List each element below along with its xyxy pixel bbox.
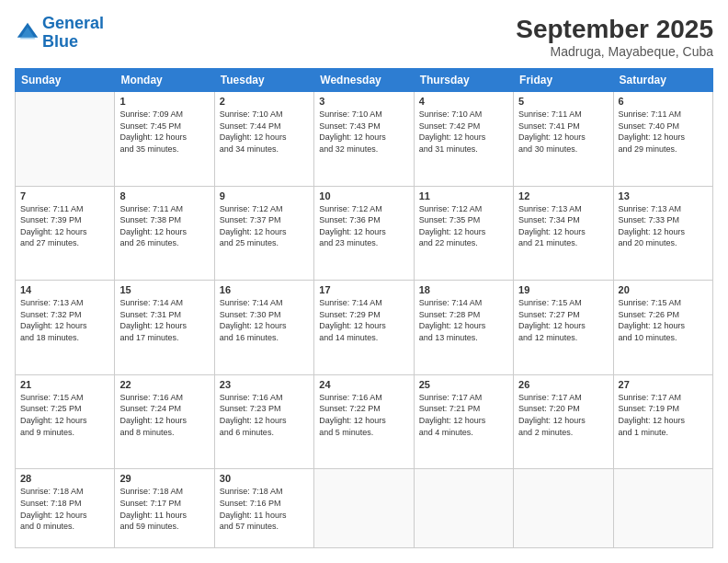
day-number: 22 <box>119 379 209 390</box>
col-monday: Monday <box>115 69 214 92</box>
day-info: Sunrise: 7:11 AM Sunset: 7:41 PM Dayligh… <box>518 109 608 155</box>
day-info: Sunrise: 7:16 AM Sunset: 7:24 PM Dayligh… <box>119 392 209 438</box>
day-info: Sunrise: 7:18 AM Sunset: 7:16 PM Dayligh… <box>220 486 309 532</box>
table-row: 5Sunrise: 7:11 AM Sunset: 7:41 PM Daylig… <box>514 92 613 187</box>
day-number: 25 <box>419 379 508 390</box>
day-info: Sunrise: 7:17 AM Sunset: 7:20 PM Dayligh… <box>518 392 608 438</box>
day-info: Sunrise: 7:18 AM Sunset: 7:17 PM Dayligh… <box>119 486 209 532</box>
location: Madruga, Mayabeque, Cuba <box>516 44 713 59</box>
day-info: Sunrise: 7:11 AM Sunset: 7:40 PM Dayligh… <box>619 109 708 155</box>
table-row: 11Sunrise: 7:12 AM Sunset: 7:35 PM Dayli… <box>414 186 513 281</box>
table-row: 21Sunrise: 7:15 AM Sunset: 7:25 PM Dayli… <box>16 374 115 469</box>
table-row: 15Sunrise: 7:14 AM Sunset: 7:31 PM Dayli… <box>115 281 214 375</box>
day-info: Sunrise: 7:15 AM Sunset: 7:26 PM Dayligh… <box>619 297 708 343</box>
table-row <box>514 469 613 548</box>
day-info: Sunrise: 7:15 AM Sunset: 7:27 PM Dayligh… <box>518 297 608 343</box>
table-row: 24Sunrise: 7:16 AM Sunset: 7:22 PM Dayli… <box>314 374 414 469</box>
day-number: 27 <box>619 379 708 390</box>
table-row: 25Sunrise: 7:17 AM Sunset: 7:21 PM Dayli… <box>414 374 513 469</box>
table-row: 2Sunrise: 7:10 AM Sunset: 7:44 PM Daylig… <box>214 92 313 187</box>
col-wednesday: Wednesday <box>314 69 414 92</box>
day-number: 7 <box>20 190 109 201</box>
page: General Blue September 2025 Madruga, May… <box>0 0 728 563</box>
header: General Blue September 2025 Madruga, May… <box>15 15 713 59</box>
logo-line1: General <box>42 14 104 32</box>
day-number: 28 <box>20 473 109 484</box>
col-friday: Friday <box>514 69 613 92</box>
day-number: 23 <box>220 379 309 390</box>
table-row: 4Sunrise: 7:10 AM Sunset: 7:42 PM Daylig… <box>414 92 513 187</box>
table-row: 29Sunrise: 7:18 AM Sunset: 7:17 PM Dayli… <box>115 469 214 548</box>
day-number: 5 <box>518 96 608 107</box>
table-row: 3Sunrise: 7:10 AM Sunset: 7:43 PM Daylig… <box>314 92 414 187</box>
day-info: Sunrise: 7:16 AM Sunset: 7:23 PM Dayligh… <box>220 392 309 438</box>
col-sunday: Sunday <box>16 69 115 92</box>
day-info: Sunrise: 7:12 AM Sunset: 7:37 PM Dayligh… <box>220 203 309 249</box>
table-row: 14Sunrise: 7:13 AM Sunset: 7:32 PM Dayli… <box>16 281 115 375</box>
day-number: 20 <box>619 284 708 295</box>
logo: General Blue <box>15 15 104 52</box>
table-row: 7Sunrise: 7:11 AM Sunset: 7:39 PM Daylig… <box>16 186 115 281</box>
day-info: Sunrise: 7:12 AM Sunset: 7:36 PM Dayligh… <box>319 203 408 249</box>
table-row: 23Sunrise: 7:16 AM Sunset: 7:23 PM Dayli… <box>214 374 313 469</box>
table-row: 9Sunrise: 7:12 AM Sunset: 7:37 PM Daylig… <box>214 186 313 281</box>
table-row: 1Sunrise: 7:09 AM Sunset: 7:45 PM Daylig… <box>115 92 214 187</box>
day-info: Sunrise: 7:11 AM Sunset: 7:38 PM Dayligh… <box>119 203 209 249</box>
day-number: 17 <box>319 284 408 295</box>
calendar-table: Sunday Monday Tuesday Wednesday Thursday… <box>15 68 713 548</box>
day-number: 10 <box>319 190 408 201</box>
day-number: 15 <box>119 284 209 295</box>
day-info: Sunrise: 7:10 AM Sunset: 7:44 PM Dayligh… <box>220 109 309 155</box>
col-saturday: Saturday <box>613 69 712 92</box>
day-number: 30 <box>220 473 309 484</box>
day-number: 4 <box>419 96 508 107</box>
day-number: 8 <box>119 190 209 201</box>
table-row: 27Sunrise: 7:17 AM Sunset: 7:19 PM Dayli… <box>613 374 712 469</box>
table-row <box>16 92 115 187</box>
col-thursday: Thursday <box>414 69 513 92</box>
table-row: 30Sunrise: 7:18 AM Sunset: 7:16 PM Dayli… <box>214 469 313 548</box>
day-info: Sunrise: 7:16 AM Sunset: 7:22 PM Dayligh… <box>319 392 408 438</box>
day-number: 2 <box>220 96 309 107</box>
day-info: Sunrise: 7:10 AM Sunset: 7:43 PM Dayligh… <box>319 109 408 155</box>
day-number: 26 <box>518 379 608 390</box>
table-row: 6Sunrise: 7:11 AM Sunset: 7:40 PM Daylig… <box>613 92 712 187</box>
table-row: 19Sunrise: 7:15 AM Sunset: 7:27 PM Dayli… <box>514 281 613 375</box>
day-number: 21 <box>20 379 109 390</box>
month-title: September 2025 <box>516 15 713 44</box>
day-number: 29 <box>119 473 209 484</box>
table-row: 20Sunrise: 7:15 AM Sunset: 7:26 PM Dayli… <box>613 281 712 375</box>
day-info: Sunrise: 7:12 AM Sunset: 7:35 PM Dayligh… <box>419 203 508 249</box>
day-number: 14 <box>20 284 109 295</box>
logo-icon <box>15 20 40 46</box>
day-info: Sunrise: 7:17 AM Sunset: 7:19 PM Dayligh… <box>619 392 708 438</box>
table-row <box>613 469 712 548</box>
day-number: 16 <box>220 284 309 295</box>
table-row: 26Sunrise: 7:17 AM Sunset: 7:20 PM Dayli… <box>514 374 613 469</box>
day-info: Sunrise: 7:13 AM Sunset: 7:32 PM Dayligh… <box>20 297 109 343</box>
title-section: September 2025 Madruga, Mayabeque, Cuba <box>516 15 713 59</box>
day-info: Sunrise: 7:13 AM Sunset: 7:34 PM Dayligh… <box>518 203 608 249</box>
day-number: 12 <box>518 190 608 201</box>
table-row <box>314 469 414 548</box>
table-row: 18Sunrise: 7:14 AM Sunset: 7:28 PM Dayli… <box>414 281 513 375</box>
day-info: Sunrise: 7:09 AM Sunset: 7:45 PM Dayligh… <box>119 109 209 155</box>
table-row: 8Sunrise: 7:11 AM Sunset: 7:38 PM Daylig… <box>115 186 214 281</box>
day-number: 1 <box>119 96 209 107</box>
logo-text: General Blue <box>42 15 104 52</box>
table-row: 10Sunrise: 7:12 AM Sunset: 7:36 PM Dayli… <box>314 186 414 281</box>
logo-line2: Blue <box>42 32 78 51</box>
table-row: 22Sunrise: 7:16 AM Sunset: 7:24 PM Dayli… <box>115 374 214 469</box>
day-number: 19 <box>518 284 608 295</box>
day-info: Sunrise: 7:13 AM Sunset: 7:33 PM Dayligh… <box>619 203 708 249</box>
day-number: 18 <box>419 284 508 295</box>
table-row: 16Sunrise: 7:14 AM Sunset: 7:30 PM Dayli… <box>214 281 313 375</box>
table-row: 17Sunrise: 7:14 AM Sunset: 7:29 PM Dayli… <box>314 281 414 375</box>
day-number: 6 <box>619 96 708 107</box>
table-row: 12Sunrise: 7:13 AM Sunset: 7:34 PM Dayli… <box>514 186 613 281</box>
day-info: Sunrise: 7:14 AM Sunset: 7:28 PM Dayligh… <box>419 297 508 343</box>
col-tuesday: Tuesday <box>214 69 313 92</box>
day-info: Sunrise: 7:14 AM Sunset: 7:29 PM Dayligh… <box>319 297 408 343</box>
day-info: Sunrise: 7:14 AM Sunset: 7:30 PM Dayligh… <box>220 297 309 343</box>
day-number: 9 <box>220 190 309 201</box>
